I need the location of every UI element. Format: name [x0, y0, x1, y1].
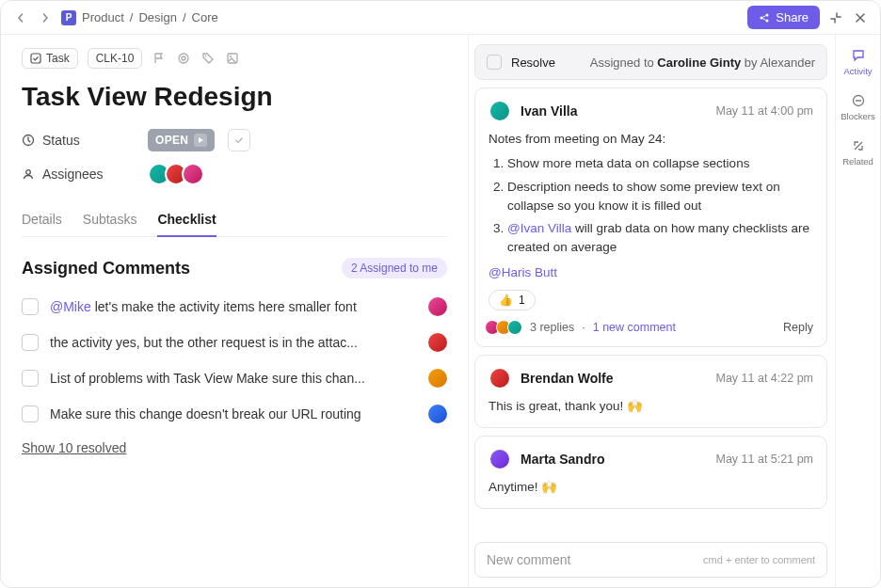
complete-checkbox[interactable] — [228, 129, 250, 151]
svg-rect-3 — [31, 54, 40, 63]
comment-text: List of problems with Task View Make sur… — [50, 371, 417, 386]
comment-thread: Brendan Wolfe May 11 at 4:22 pm This is … — [474, 355, 827, 428]
blockers-icon — [851, 93, 866, 108]
checkbox[interactable] — [22, 370, 39, 387]
chat-icon — [851, 48, 866, 63]
assigned-badge[interactable]: 2 Assigned to me — [342, 258, 447, 278]
svg-point-5 — [182, 56, 185, 60]
task-id-pill[interactable]: CLK-10 — [88, 48, 143, 69]
avatar[interactable] — [489, 448, 511, 470]
avatar[interactable] — [489, 100, 511, 122]
mention[interactable]: @Haris Butt — [489, 265, 557, 279]
comment-text: @Mike let's make the activity items here… — [50, 299, 417, 314]
share-button[interactable]: Share — [747, 6, 820, 29]
checkbox[interactable] — [22, 298, 39, 315]
comment-thread: Marta Sandro May 11 at 5:21 pm Anytime! … — [474, 436, 827, 509]
composer-hint: cmd + enter to comment — [703, 554, 815, 565]
breadcrumb-design[interactable]: Design — [138, 10, 176, 24]
avatar[interactable] — [428, 369, 447, 388]
author: Brendan Wolfe — [521, 371, 614, 386]
reply-button[interactable]: Reply — [783, 321, 813, 334]
left-panel: Task CLK-10 Task View Redesign Status OP… — [1, 35, 468, 587]
task-type-pill[interactable]: Task — [22, 48, 78, 69]
resolve-bar: Resolve Assigned to Caroline Ginty by Al… — [474, 44, 827, 80]
assigned-to-text: Assigned to Caroline Ginty by Alexander — [590, 56, 815, 70]
list-item[interactable]: List of problems with Task View Make sur… — [22, 365, 447, 391]
comment-body: Notes from meeting on May 24: Show more … — [489, 130, 813, 282]
tag-icon[interactable] — [200, 51, 216, 66]
comment-text: Make sure this change doesn't break our … — [50, 406, 417, 421]
status-badge[interactable]: OPEN — [148, 129, 215, 151]
status-label: Status — [22, 133, 135, 148]
timestamp: May 11 at 5:21 pm — [715, 453, 813, 466]
task-toolbar: Task CLK-10 — [22, 48, 447, 69]
status-icon — [22, 134, 35, 147]
list-item[interactable]: @Mike let's make the activity items here… — [22, 294, 447, 320]
page-title: Task View Redesign — [22, 82, 447, 112]
reaction[interactable]: 👍 1 — [489, 290, 536, 310]
comment-thread: Ivan Villa May 11 at 4:00 pm Notes from … — [474, 87, 827, 347]
comment-body: Anytime! 🙌 — [489, 478, 813, 497]
flag-icon[interactable] — [152, 51, 167, 66]
nav-back[interactable] — [12, 9, 29, 26]
person-icon — [22, 167, 35, 181]
task-icon — [30, 53, 41, 64]
breadcrumb-core[interactable]: Core — [192, 10, 218, 24]
avatar — [507, 320, 522, 335]
checkbox[interactable] — [22, 405, 39, 422]
svg-point-8 — [230, 56, 232, 57]
close-icon[interactable] — [852, 9, 869, 26]
tab-checklist[interactable]: Checklist — [157, 204, 216, 236]
assignees-row: Assignees — [22, 163, 447, 185]
avatar[interactable] — [428, 405, 447, 423]
related-icon — [851, 138, 866, 153]
new-comment-count[interactable]: 1 new comment — [593, 321, 676, 334]
svg-point-2 — [766, 19, 769, 22]
show-resolved-link[interactable]: Show 10 resolved — [22, 440, 126, 455]
composer-placeholder: New comment — [487, 552, 570, 567]
topbar: P Product / Design / Core Share — [1, 1, 880, 35]
assignees-label: Assignees — [22, 167, 135, 182]
svg-point-6 — [205, 56, 207, 57]
play-icon — [194, 134, 207, 147]
resolve-label: Resolve — [511, 56, 555, 70]
target-icon[interactable] — [176, 51, 191, 66]
rail-blockers[interactable]: Blockers — [841, 89, 874, 125]
avatar[interactable] — [182, 163, 204, 185]
timestamp: May 11 at 4:00 pm — [715, 104, 813, 118]
svg-point-4 — [179, 54, 188, 63]
checkbox[interactable] — [22, 334, 39, 351]
svg-point-0 — [761, 16, 763, 19]
breadcrumb[interactable]: P Product / Design / Core — [61, 10, 218, 25]
avatar[interactable] — [489, 367, 511, 389]
collapse-icon[interactable] — [827, 9, 844, 26]
activity-panel: Resolve Assigned to Caroline Ginty by Al… — [468, 35, 835, 587]
avatar[interactable] — [428, 333, 447, 352]
avatar[interactable] — [428, 297, 447, 316]
comment-composer[interactable]: New comment cmd + enter to comment — [474, 542, 827, 578]
reply-count[interactable]: 3 replies — [530, 321, 574, 334]
comment-text: the activity yes, but the other request … — [50, 335, 417, 350]
author: Ivan Villa — [521, 103, 577, 119]
author: Marta Sandro — [521, 452, 604, 467]
list-item[interactable]: the activity yes, but the other request … — [22, 329, 447, 356]
right-rail: Activity Blockers Related — [835, 35, 880, 587]
nav-forward[interactable] — [37, 9, 54, 26]
resolve-checkbox[interactable] — [487, 55, 502, 70]
comment-body: This is great, thank you! 🙌 — [489, 397, 813, 416]
project-icon: P — [61, 10, 76, 25]
svg-rect-7 — [228, 54, 237, 63]
image-icon[interactable] — [225, 51, 240, 66]
timestamp: May 11 at 4:22 pm — [715, 372, 813, 385]
tab-details[interactable]: Details — [22, 204, 62, 236]
list-item[interactable]: Make sure this change doesn't break our … — [22, 401, 447, 427]
tabs: Details Subtasks Checklist — [22, 204, 447, 237]
svg-point-1 — [766, 13, 769, 16]
share-icon — [759, 12, 770, 24]
svg-point-10 — [26, 170, 31, 175]
breadcrumb-project[interactable]: Product — [82, 10, 124, 24]
tab-subtasks[interactable]: Subtasks — [83, 204, 137, 236]
rail-related[interactable]: Related — [842, 135, 873, 170]
rail-activity[interactable]: Activity — [843, 44, 872, 80]
status-row: Status OPEN — [22, 129, 447, 151]
